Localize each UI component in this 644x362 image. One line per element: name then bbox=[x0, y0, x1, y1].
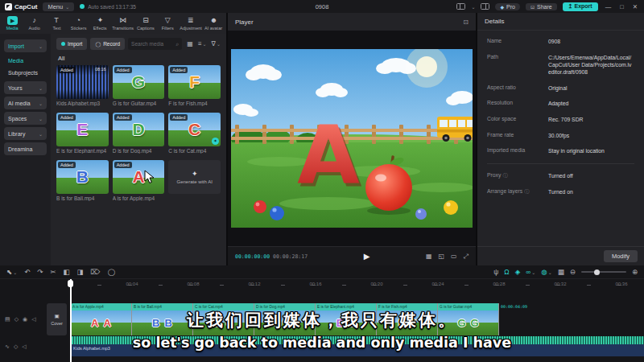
media-item-g-is-for-guitar-mp4[interactable]: AddedGG is for Guitar.mp4 bbox=[113, 65, 165, 106]
tab-captions[interactable]: ⊟Captions bbox=[134, 16, 156, 31]
undo-icon[interactable]: ↶ bbox=[24, 268, 30, 276]
current-time: 00:00:00:00 bbox=[235, 253, 270, 260]
tab-adjustment[interactable]: ≣Adjustment bbox=[179, 16, 203, 31]
effects-icon: ✦ bbox=[97, 16, 104, 25]
generate-with-ai-button[interactable]: ✦Generate with AI bbox=[168, 160, 221, 201]
chevron-down-icon[interactable]: ⌄ bbox=[471, 4, 475, 10]
record-button[interactable]: ◯ Record bbox=[90, 38, 125, 50]
filters-icon: ▽ bbox=[165, 16, 171, 25]
layout-right-icon[interactable] bbox=[481, 3, 489, 10]
media-item-d-is-for-dog-mp4[interactable]: AddedDD is for Dog.mp4 bbox=[113, 113, 165, 154]
export-button[interactable]: ↥ Export bbox=[563, 2, 598, 11]
frame-preview-icon[interactable]: ▦ bbox=[558, 268, 564, 276]
media-grid: Added08:16Kids Alphabet.mp3AddedGG is fo… bbox=[51, 64, 226, 203]
tab-stickers[interactable]: ◔Stickers bbox=[68, 16, 89, 31]
sidebar-item-library[interactable]: Library⌄ bbox=[4, 127, 47, 140]
ratio-icon[interactable]: ▭ bbox=[451, 253, 457, 261]
sidebar-item-yours[interactable]: Yours⌄ bbox=[4, 81, 47, 94]
close-button[interactable]: ✕ bbox=[631, 3, 639, 10]
share-button[interactable]: ⊡ Share bbox=[526, 3, 557, 10]
sidebar-item-spaces[interactable]: Spaces⌄ bbox=[4, 112, 47, 125]
delete-right-icon[interactable]: ◨ bbox=[77, 268, 84, 276]
timeline-zoom-slider[interactable] bbox=[581, 271, 626, 273]
media-item-c-is-for-cat-mp4[interactable]: AddedC✦C is for Cat.mp4 bbox=[168, 113, 221, 154]
modify-button[interactable]: Modify bbox=[604, 250, 638, 262]
sidebar-item-dreamina[interactable]: Dreamina bbox=[4, 142, 47, 155]
chevron-down-icon: ⌄ bbox=[548, 269, 552, 275]
menu-button[interactable]: Menu ⌄ bbox=[43, 2, 74, 11]
fullscreen-icon[interactable]: ⤢ bbox=[464, 253, 469, 261]
sidebar-item-ai-media[interactable]: AI media⌄ bbox=[4, 97, 47, 109]
added-badge: Added bbox=[114, 67, 132, 73]
layout-left-icon[interactable] bbox=[456, 3, 465, 10]
zoom-slider-knob[interactable] bbox=[594, 269, 600, 275]
minimize-button[interactable]: — bbox=[604, 3, 613, 10]
info-icon: ⓘ bbox=[524, 188, 529, 195]
tab-ai-avatar[interactable]: ☻AI avatar bbox=[203, 16, 225, 31]
details-row: Arrange layersⓘTurned on bbox=[487, 188, 634, 195]
app-name: CapCut bbox=[14, 3, 37, 10]
filter-all-label[interactable]: All bbox=[51, 52, 226, 64]
details-title: Details bbox=[485, 18, 504, 25]
zoom-in-icon[interactable]: ⊕ bbox=[632, 268, 638, 276]
sidebar-item-subprojects[interactable]: Subprojects bbox=[0, 67, 51, 79]
video-preview[interactable]: A A bbox=[228, 31, 476, 246]
media-item-label: Kids Alphabet.mp3 bbox=[56, 101, 109, 106]
sidebar-item-media[interactable]: Media bbox=[0, 55, 51, 67]
sidebar-item-import[interactable]: Import⌄ bbox=[4, 39, 47, 52]
import-button[interactable]: Import bbox=[56, 38, 87, 50]
preview-axis-icon[interactable]: ◍⌄ bbox=[541, 268, 551, 276]
captions-icon: ⊟ bbox=[142, 16, 149, 25]
link-clips-icon[interactable]: ∞⌄ bbox=[526, 268, 535, 276]
added-badge: Added bbox=[58, 114, 76, 121]
media-item-kids-alphabet-mp3[interactable]: Added08:16Kids Alphabet.mp3 bbox=[56, 65, 109, 106]
playhead-handle[interactable] bbox=[68, 280, 73, 287]
transitions-icon: ⋈ bbox=[119, 16, 126, 25]
ribbon-tabs: ▶Media♪AudioTText◔Stickers✦Effects⋈Trans… bbox=[0, 13, 226, 34]
preview-quality-icon[interactable]: ▦ bbox=[426, 253, 432, 261]
maximize-button[interactable]: □ bbox=[618, 3, 625, 10]
tab-transitions[interactable]: ⋈Transitions bbox=[111, 16, 134, 31]
filter-icon[interactable]: ∇⌄ bbox=[212, 40, 221, 47]
select-tool-icon[interactable]: ⬉⌄ bbox=[6, 268, 17, 276]
zoom-out-icon[interactable]: ⊖ bbox=[570, 268, 576, 276]
redo-icon[interactable]: ↷ bbox=[37, 268, 43, 276]
delete-icon[interactable]: ⌦ bbox=[91, 268, 101, 276]
auto-snap-icon[interactable]: ◈ bbox=[515, 268, 521, 276]
mirror-preview-icon[interactable]: ◱ bbox=[438, 253, 444, 261]
tab-text[interactable]: TText bbox=[45, 16, 67, 31]
media-item-f-is-for-fish-mp4[interactable]: AddedFF is for Fish.mp4 bbox=[168, 65, 221, 106]
magnet-icon[interactable]: Ω bbox=[504, 268, 509, 276]
tab-audio[interactable]: ♪Audio bbox=[23, 16, 45, 31]
detach-player-icon[interactable]: ⊡ bbox=[463, 19, 469, 26]
voiceover-mic-icon[interactable]: ψ bbox=[493, 268, 498, 276]
adjustment-icon: ≣ bbox=[188, 16, 194, 25]
chevron-down-icon: ⌄ bbox=[217, 41, 221, 47]
search-box[interactable]: ⌕ bbox=[128, 38, 182, 50]
play-button[interactable]: ▶ bbox=[311, 252, 423, 261]
timeline-ruler[interactable]: 00:0400:0800:1200:1600:2000:2400:2800:32… bbox=[0, 279, 644, 290]
search-input[interactable] bbox=[131, 41, 175, 47]
media-item-a-is-for-apple-mp4[interactable]: AddedAA is for Apple.mp4 bbox=[113, 160, 165, 201]
record-icon[interactable]: ◯ bbox=[108, 268, 116, 276]
split-icon[interactable]: ✂ bbox=[50, 268, 56, 276]
media-item-e-is-for-elephant-mp4[interactable]: AddedEE is for Elephant.mp4 bbox=[56, 113, 109, 154]
media-sidebar: Import⌄MediaSubprojectsYours⌄AI media⌄Sp… bbox=[0, 34, 51, 265]
grid-view-icon[interactable]: ▦ bbox=[187, 40, 193, 47]
media-item-b-is-for-ball-mp4[interactable]: AddedBB is for Ball.mp4 bbox=[56, 160, 109, 201]
record-icon: ◯ bbox=[95, 41, 101, 47]
media-item-label: F is for Fish.mp4 bbox=[168, 101, 221, 106]
delete-left-icon[interactable]: ◧ bbox=[64, 268, 70, 276]
ai-enhance-icon[interactable]: ✦ bbox=[212, 138, 219, 145]
pro-button[interactable]: ◆ Pro bbox=[495, 3, 520, 10]
mouse-cursor bbox=[144, 170, 156, 184]
sort-icon[interactable]: ≡⌄ bbox=[198, 40, 207, 47]
tab-filters[interactable]: ▽Filters bbox=[157, 16, 179, 31]
tab-media[interactable]: ▶Media bbox=[2, 16, 23, 31]
timeline-toolbar: ⬉⌄↶↷✂◧◨⌦◯ ψΩ◈∞⌄◍⌄▦⊖⊕ bbox=[0, 265, 644, 279]
autosave-dot-icon bbox=[80, 4, 85, 9]
tab-effects[interactable]: ✦Effects bbox=[89, 16, 111, 31]
details-row: ResolutionAdapted bbox=[487, 100, 634, 107]
media-item-label: A is for Apple.mp4 bbox=[113, 195, 165, 201]
chevron-down-icon: ⌄ bbox=[203, 41, 207, 47]
